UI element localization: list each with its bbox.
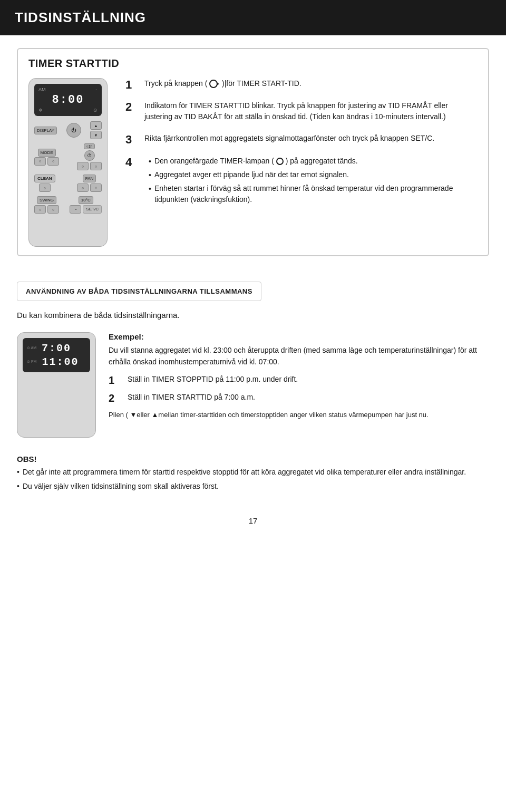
fan-group: FAN ○ + xyxy=(77,175,102,192)
obs-bullet-1: • Det går inte att programmera timern fö… xyxy=(17,467,489,478)
setc-button[interactable]: SET/C xyxy=(83,205,102,214)
temp-minus[interactable]: − xyxy=(70,205,81,214)
obs-title: OBS! xyxy=(17,455,489,463)
step-2-text: Indikatorn för TIMER STARTTID blinkar. T… xyxy=(144,100,478,124)
display-button[interactable]: DISPLAY xyxy=(34,127,57,134)
am-indicators: ⊙ AM xyxy=(27,346,36,350)
step-1-text: Tryck på knappen ( ▶ )|för TIMER START-T… xyxy=(144,78,478,91)
step-2: 2 Indikatorn för TIMER STARTTID blinkar.… xyxy=(125,100,478,124)
page-number: 17 xyxy=(249,516,258,525)
remote2-am-time: 7:00 xyxy=(42,342,71,354)
swing-group: SWING ○ ○ xyxy=(34,196,59,214)
arrow-note: Pilen ( ▼eller ▲mellan timer-starttiden … xyxy=(109,410,489,420)
snowflake-icon: ❄ xyxy=(38,108,43,113)
bullet-1: • Den orangefärgade TIMER-lampan ( ) på … xyxy=(144,156,478,167)
example-step-1-text: Ställ in TIMER STOPPTID på 11:00 p.m. un… xyxy=(128,374,489,385)
clean-group: CLEAN ○ xyxy=(34,175,55,192)
example-step-2-number: 2 xyxy=(109,392,121,404)
step-1-number: 1 xyxy=(125,78,138,92)
main-content: TIMER STARTTID AM ⬝ 8:00 ❄ ⊙ xyxy=(0,35,506,508)
remote2-am-row: ⊙ AM 7:00 xyxy=(27,342,86,354)
fan-ind-2: + xyxy=(90,183,102,192)
arrow-up-button[interactable]: ▲ xyxy=(90,121,102,130)
both-timers-heading: ANVÄNDNING AV BÅDA TIDSINSTÄLLNINGARNA T… xyxy=(17,282,261,301)
bullet-dot-2: • xyxy=(149,170,151,181)
example-step-2: 2 Ställ in TIMER STARTTID på 7:00 a.m. xyxy=(109,392,489,404)
timer-btn-2[interactable]: ○ xyxy=(90,162,102,170)
page-header: TIDSINSTÄLLNING xyxy=(0,0,506,35)
obs-section: OBS! • Det går inte att programmera time… xyxy=(17,450,489,492)
page-title: TIDSINSTÄLLNING xyxy=(15,9,491,26)
power-button[interactable]: ⏻ xyxy=(66,123,81,138)
temp-group: 10°C − SET/C xyxy=(70,196,102,214)
fan-indicators: ○ + xyxy=(77,183,102,192)
page-footer: 17 xyxy=(0,508,506,534)
timer-1h-button[interactable]: ○1h xyxy=(84,143,94,149)
mode-group: MODE ○ ○ xyxy=(34,149,59,166)
timer-start-section: TIMER STARTTID AM ⬝ 8:00 ❄ ⊙ xyxy=(17,48,489,256)
arrow-down-button[interactable]: ▼ xyxy=(90,131,102,139)
timer-circle-button[interactable]: ⏱ xyxy=(84,150,95,161)
timer-start-heading: TIMER STARTTID xyxy=(28,57,478,70)
obs-bullet-dot-2: • xyxy=(17,481,20,492)
step-1: 1 Tryck på knappen ( ▶ )|för TIMER START… xyxy=(125,78,478,92)
timer-icon-1: ▶ xyxy=(209,80,218,88)
example-title: Exempel: xyxy=(109,332,489,341)
mode-button[interactable]: MODE xyxy=(38,149,56,157)
bullet-3: • Enheten startar i förväg så att rummet… xyxy=(144,183,478,205)
example-step-1: 1 Ställ in TIMER STOPPTID på 11:00 p.m. … xyxy=(109,374,489,386)
remote2-pm-time: 11:00 xyxy=(42,356,79,368)
step-3-text: Rikta fjärrkontrollen mot aggregatets si… xyxy=(144,133,478,146)
step-3-number: 3 xyxy=(125,133,138,147)
remote-clean-fan-row: CLEAN ○ FAN ○ + xyxy=(34,175,102,192)
obs-bullet-text-2: Du väljer själv vilken tidsinställning s… xyxy=(23,481,219,492)
obs-bullet-dot-1: • xyxy=(17,467,20,478)
temp-button[interactable]: 10°C xyxy=(79,196,93,204)
remote-display-icons: ❄ ⊙ xyxy=(38,108,98,113)
example-step-1-number: 1 xyxy=(109,374,121,386)
swing-indicators: ○ ○ xyxy=(34,205,59,214)
remote2-display: ⊙ AM 7:00 ⊙ PM 11:00 xyxy=(23,338,90,372)
both-timers-layout: ⊙ AM 7:00 ⊙ PM 11:00 Exempel: xyxy=(17,332,489,438)
am-label: ⊙ AM xyxy=(27,346,36,350)
obs-bullet-text-1: Det går inte att programmera timern för … xyxy=(23,467,466,478)
remote-mode-row: MODE ○ ○ ○1h ⏱ ○ ○ xyxy=(34,143,102,170)
fan-ind-1: ○ xyxy=(77,183,89,192)
swing-ind-1: ○ xyxy=(34,205,46,214)
clean-button[interactable]: CLEAN xyxy=(34,175,55,182)
mode-indicators: ○ ○ xyxy=(34,157,59,166)
timer-start-layout: AM ⬝ 8:00 ❄ ⊙ DISPLAY ⏻ xyxy=(28,78,478,247)
example-step-2-text: Ställ in TIMER STARTTID på 7:00 a.m. xyxy=(128,392,489,403)
remote-container: AM ⬝ 8:00 ❄ ⊙ DISPLAY ⏻ xyxy=(28,78,113,247)
fan-icon: ⊙ xyxy=(93,108,98,113)
both-timers-desc: Du kan kombinera de båda tidsinställning… xyxy=(17,310,489,322)
bullet-dot-3: • xyxy=(149,183,151,205)
step-4-text: • Den orangefärgade TIMER-lampan ( ) på … xyxy=(144,156,478,207)
example-text: Du vill stanna aggregatet vid kl. 23:00 … xyxy=(109,344,489,368)
steps-content: 1 Tryck på knappen ( ▶ )|för TIMER START… xyxy=(125,78,478,216)
clean-indicator: ○ xyxy=(39,183,51,192)
indicator-1: ○ xyxy=(34,157,46,166)
obs-bullet-2: • Du väljer själv vilken tidsinställning… xyxy=(17,481,489,492)
example-content: Exempel: Du vill stanna aggregatet vid k… xyxy=(109,332,489,420)
both-timers-section: ANVÄNDNING AV BÅDA TIDSINSTÄLLNINGARNA T… xyxy=(17,269,489,438)
pm-label: ⊙ PM xyxy=(27,360,36,364)
remote-control: AM ⬝ 8:00 ❄ ⊙ DISPLAY ⏻ xyxy=(28,78,108,247)
step-4: 4 • Den orangefärgade TIMER-lampan ( ) p… xyxy=(125,156,478,207)
bullet-dot-1: • xyxy=(149,156,151,167)
step-3: 3 Rikta fjärrkontrollen mot aggregatets … xyxy=(125,133,478,147)
timer-btn-1[interactable]: ○ xyxy=(77,162,89,170)
swing-button[interactable]: SWING xyxy=(37,196,56,204)
indicator-2: ○ xyxy=(47,157,59,166)
fan-button[interactable]: FAN xyxy=(83,175,96,182)
step-4-number: 4 xyxy=(125,156,138,169)
bullet-2: • Aggregatet avger ett pipande ljud när … xyxy=(144,169,478,181)
remote-display-top: AM ⬝ xyxy=(38,87,98,92)
arrow-up-down: ▲ ▼ xyxy=(90,121,102,139)
remote-control-2: ⊙ AM 7:00 ⊙ PM 11:00 xyxy=(17,332,96,438)
remote-time: 8:00 xyxy=(38,93,98,107)
remote-display-row: DISPLAY ⏻ ▲ ▼ xyxy=(34,121,102,139)
timer-small-btns: ○ ○ xyxy=(77,162,102,170)
swing-ind-2: ○ xyxy=(47,205,59,214)
timer-icon-2 xyxy=(276,158,284,165)
